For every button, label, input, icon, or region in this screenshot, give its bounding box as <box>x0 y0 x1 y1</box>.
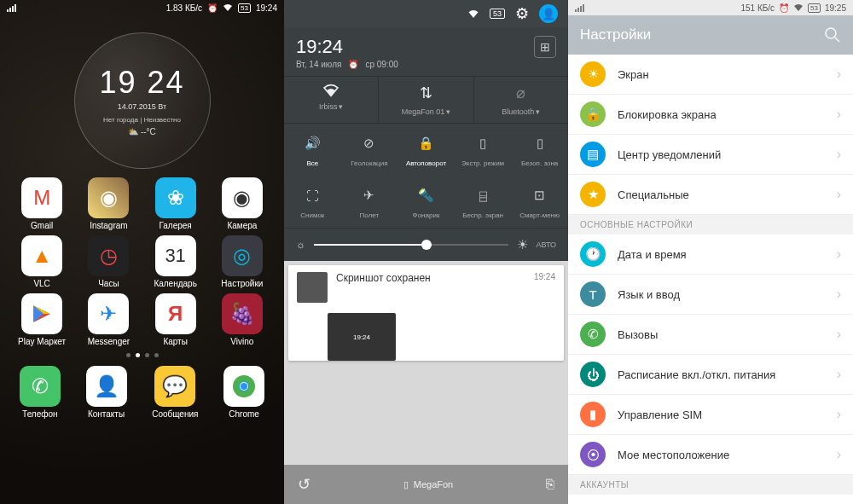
settings-gear-icon[interactable]: ⚙ <box>515 4 529 23</box>
chevron-right-icon: › <box>837 327 841 342</box>
safe-zone-toggle[interactable]: ▯Безоп. зона <box>511 124 568 176</box>
setting-row[interactable]: ★Специальные› <box>568 175 853 215</box>
history-icon[interactable]: ↺ <box>298 475 310 494</box>
brightness-slider[interactable]: ☼ ☀ АВТО <box>284 228 568 261</box>
setting-row[interactable]: ✆Вызовы› <box>568 315 853 355</box>
settings-list: ☀Экран›🔒Блокировка экрана›▤Центр уведомл… <box>568 55 853 215</box>
clock-text: 19:24 <box>256 3 277 13</box>
screenshot-preview: 19:24 <box>328 313 396 361</box>
clock-widget[interactable]: 19 24 14.07.2015 Вт Нет города | Неизвес… <box>74 32 211 169</box>
signal-icon <box>7 4 16 12</box>
qs-status-bar: 53 ⚙ 👤 <box>284 0 568 27</box>
play-store-icon <box>21 293 62 334</box>
setting-row[interactable]: ☀Экран› <box>568 55 853 95</box>
app-messages[interactable]: 💬Сообщения <box>152 366 198 419</box>
app-vivino[interactable]: 🍇Vivino <box>209 293 276 346</box>
app-camera[interactable]: ◉Камера <box>209 177 276 230</box>
app-settings[interactable]: ◎Настройки <box>209 235 276 288</box>
messenger-icon: ✈ <box>88 293 129 334</box>
chevron-right-icon: › <box>837 246 841 262</box>
app-phone[interactable]: ✆Телефон <box>20 366 61 419</box>
app-messenger[interactable]: ✈Messenger <box>75 293 142 346</box>
data-icon: ⇅ <box>420 84 432 102</box>
alarm-icon: ⏰ <box>348 60 358 69</box>
setting-label: Дата и время <box>618 248 837 261</box>
airplane-toggle[interactable]: ✈Полет <box>341 176 398 228</box>
grid-toggle-button[interactable]: ⊞ <box>534 36 556 58</box>
power-save-toggle[interactable]: ▯Экстр. режим <box>455 124 512 176</box>
app-gmail[interactable]: MGmail <box>9 177 75 230</box>
app-contacts[interactable]: 👤Контакты <box>86 366 127 419</box>
chevron-right-icon: › <box>837 287 841 302</box>
app-chrome[interactable]: Chrome <box>223 366 264 419</box>
setting-label: Расписание вкл./откл. питания <box>618 368 837 381</box>
notif-thumbnail <box>297 272 328 303</box>
sim-icon: ▯ <box>403 479 409 490</box>
auto-brightness-button[interactable]: АВТО <box>537 240 557 249</box>
battery-icon: 53 <box>808 3 821 13</box>
quick-settings-panel: 53 ⚙ 👤 19:24 Вт, 14 июля ⏰ ср 09:00 ⊞ Ir… <box>284 0 568 504</box>
wifi-tile[interactable]: Irbiss ▾ <box>284 77 379 123</box>
camera-icon: ◉ <box>222 177 263 218</box>
notification-card[interactable]: Скриншот сохранен 19:24 19:24 <box>288 265 564 361</box>
setting-row[interactable]: ⦿Мое местоположение› <box>568 435 853 475</box>
flashlight-toggle[interactable]: 🔦Фонарик <box>397 176 455 228</box>
app-grid: MGmail ◉Instagram ❀Галерея ◉Камера ▲VLC … <box>0 177 284 346</box>
sound-toggle[interactable]: 🔊Все <box>284 124 341 176</box>
copy-icon[interactable]: ⎘ <box>546 477 554 492</box>
setting-icon: ☀ <box>580 61 606 87</box>
setting-row[interactable]: ▮Управление SIM› <box>568 395 853 435</box>
search-icon[interactable] <box>824 26 841 43</box>
setting-label: Центр уведомлений <box>618 148 837 161</box>
app-vlc[interactable]: ▲VLC <box>9 235 75 288</box>
status-bar: 151 КБ/с ⏰ 53 19:25 <box>568 0 853 15</box>
flashlight-icon: 🔦 <box>415 184 437 206</box>
setting-row[interactable]: 🔒Блокировка экрана› <box>568 95 853 135</box>
app-gallery[interactable]: ❀Галерея <box>142 177 209 230</box>
setting-row[interactable]: TЯзык и ввод› <box>568 275 853 315</box>
wifi-icon <box>322 84 339 97</box>
screenshot-toggle[interactable]: ⛶Снимок <box>284 176 341 228</box>
bluetooth-icon: ⌀ <box>516 84 525 102</box>
location-toggle[interactable]: ⊘Геолокация <box>341 124 398 176</box>
battery-icon: 53 <box>238 3 251 13</box>
volume-icon: 🔊 <box>301 132 323 154</box>
user-avatar[interactable]: 👤 <box>539 4 558 23</box>
qs-body: 19:24 Вт, 14 июля ⏰ ср 09:00 ⊞ Irbiss ▾ … <box>284 27 568 261</box>
setting-row[interactable]: 🕐Дата и время› <box>568 235 853 275</box>
svg-line-5 <box>835 38 839 42</box>
vivino-icon: 🍇 <box>222 293 263 334</box>
notif-time: 19:24 <box>534 272 555 303</box>
gmail-icon: M <box>21 177 62 218</box>
alarm-icon: ⏰ <box>207 3 218 13</box>
app-clock[interactable]: ◷Часы <box>75 235 142 288</box>
setting-icon: T <box>580 281 606 307</box>
setting-row[interactable]: ▤Центр уведомлений› <box>568 135 853 175</box>
phone-icon: ✆ <box>20 366 61 407</box>
setting-row[interactable]: ⏻Расписание вкл./откл. питания› <box>568 355 853 395</box>
chevron-right-icon: › <box>837 67 841 82</box>
instagram-icon: ◉ <box>88 177 129 218</box>
app-play[interactable]: Play Маркет <box>9 293 75 346</box>
menu-icon: ⊡ <box>529 184 551 206</box>
app-calendar[interactable]: 31Календарь <box>142 235 209 288</box>
slider-track[interactable] <box>314 244 508 246</box>
app-instagram[interactable]: ◉Instagram <box>75 177 142 230</box>
qs-time: 19:24 <box>296 36 398 58</box>
data-tile[interactable]: ⇅ MegaFon 01 ▾ <box>379 77 473 123</box>
slider-thumb[interactable] <box>421 240 432 250</box>
rotation-toggle[interactable]: 🔒Автоповорот <box>397 124 455 176</box>
chevron-right-icon: › <box>837 107 841 122</box>
app-maps[interactable]: ЯКарты <box>142 293 209 346</box>
bluetooth-tile[interactable]: ⌀ Bluetooth ▾ <box>474 77 568 123</box>
widget-time: 19 24 <box>99 65 184 101</box>
smart-menu-toggle[interactable]: ⊡Смарт-меню <box>511 176 568 228</box>
wifi-icon <box>467 9 479 19</box>
cast-toggle[interactable]: ⌸Беспр. экран <box>455 176 512 228</box>
setting-icon: 🕐 <box>580 241 606 267</box>
chevron-right-icon: › <box>837 367 841 382</box>
network-speed: 151 КБ/с <box>740 3 775 13</box>
dock: ✆Телефон 👤Контакты 💬Сообщения Chrome <box>0 362 284 426</box>
qs-date: Вт, 14 июля <box>296 60 341 69</box>
crop-icon: ⛶ <box>301 184 323 206</box>
